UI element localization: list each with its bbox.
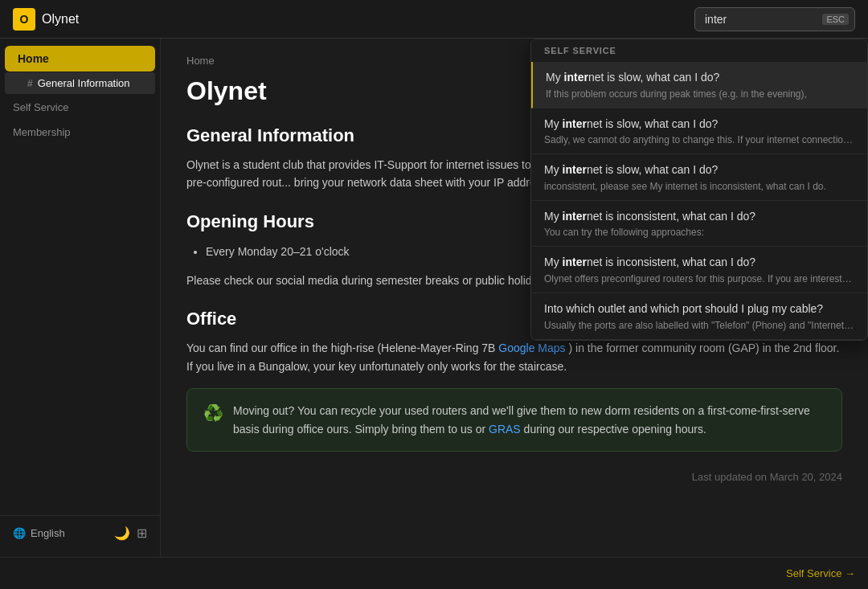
info-box-text: Moving out? You can recycle your used ro… [233,402,825,438]
last-updated: Last updated on March 20, 2024 [186,471,842,483]
dropdown-item-title-5: Into which outlet and which port should … [544,301,854,317]
dropdown-item-snippet-4: Olynet offers preconfigured routers for … [544,273,854,284]
dropdown-item-snippet-3: You can try the following approaches: [544,227,854,238]
info-box: ♻️ Moving out? You can recycle your used… [186,388,842,452]
dropdown-item-title-4: My internet is inconsistent, what can I … [544,255,854,271]
header: O Olynet ESC [0,0,868,39]
recycle-icon: ♻️ [203,403,223,423]
dropdown-item-snippet-0: If this problem occurs during peak times… [546,88,854,100]
header-logo: O Olynet [13,8,79,31]
dropdown-item-title-0: My internet is slow, what can I do? [546,70,854,86]
sidebar-item-self-service[interactable]: Self Service [0,95,160,120]
dropdown-item-4[interactable]: My internet is inconsistent, what can I … [531,247,867,293]
footer-icons: 🌙 ⊞ [114,526,147,541]
dropdown-item-0[interactable]: My internet is slow, what can I do? If t… [531,62,867,108]
hash-icon: # [27,78,33,89]
layout-icon[interactable]: ⊞ [137,526,147,541]
logo-icon: O [13,8,35,31]
search-container: ESC [694,7,855,31]
dropdown-item-3[interactable]: My internet is inconsistent, what can I … [531,201,867,247]
office-text: You can find our office in the high-rise… [186,339,842,375]
sidebar-item-home[interactable]: Home [5,46,155,72]
sidebar-footer: 🌐 English 🌙 ⊞ [0,515,160,550]
globe-icon: 🌐 [13,527,26,539]
bottom-bar: Self Service → [0,557,868,589]
gras-link[interactable]: GRAS [489,423,521,436]
sidebar: Home # General Information Self Service … [0,39,161,557]
language-selector[interactable]: 🌐 English [13,527,65,539]
dropdown-item-title-1: My internet is slow, what can I do? [544,117,854,133]
dropdown-item-title-3: My internet is inconsistent, what can I … [544,209,854,225]
language-label: English [31,527,65,539]
self-service-link[interactable]: Self Service → [786,567,855,579]
search-dropdown: SELF SERVICE My internet is slow, what c… [530,39,868,341]
google-maps-link[interactable]: Google Maps [498,342,565,354]
dropdown-item-snippet-5: Usually the ports are also labelled with… [544,320,854,331]
app-name: Olynet [42,12,79,27]
main-content: Home Olynet General Information Olynet i… [161,39,868,557]
sidebar-item-general-info[interactable]: # General Information [5,72,155,94]
dropdown-item-title-2: My internet is slow, what can I do? [544,162,854,178]
body: Home # General Information Self Service … [0,39,868,557]
search-esc-label: ESC [822,14,849,25]
dropdown-item-2[interactable]: My internet is slow, what can I do? inco… [531,154,867,201]
dropdown-item-1[interactable]: My internet is slow, what can I do? Sadl… [531,108,867,155]
theme-toggle-icon[interactable]: 🌙 [114,526,130,541]
dropdown-item-snippet-1: Sadly, we cannot do anything to change t… [544,134,854,145]
dropdown-section-header: SELF SERVICE [531,39,867,62]
dropdown-item-snippet-2: inconsistent, please see My internet is … [544,181,854,192]
sidebar-nav: Home # General Information Self Service … [0,45,160,515]
dropdown-item-5[interactable]: Into which outlet and which port should … [531,293,867,340]
sidebar-item-membership[interactable]: Membership [0,120,160,145]
